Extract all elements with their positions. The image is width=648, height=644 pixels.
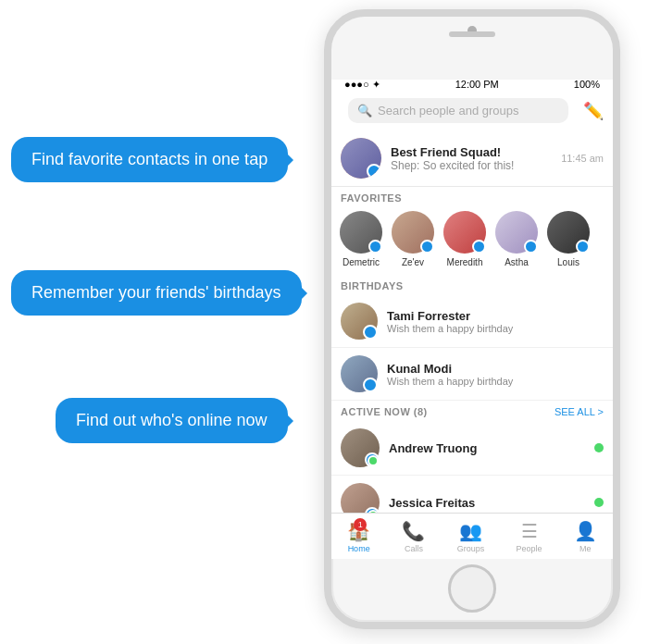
- fav-badge-zeev: [420, 240, 434, 254]
- conversation-time: 11:45 am: [561, 153, 604, 164]
- tab-groups[interactable]: 👥 Groups: [457, 520, 485, 553]
- fav-avatar-meredith: [443, 211, 486, 254]
- active-andrew[interactable]: Andrew Truong: [331, 421, 613, 476]
- fav-avatar-zeev: [392, 211, 434, 254]
- see-all-link[interactable]: SEE ALL >: [555, 406, 604, 417]
- tab-calls-label: Calls: [405, 544, 423, 553]
- active-now-label: ACTIVE NOW (8): [341, 406, 428, 417]
- fav-badge-meredith: [472, 240, 486, 254]
- fav-avatar-astha: [495, 211, 538, 254]
- calls-icon: 📞: [402, 520, 425, 542]
- fav-name-louis: Louis: [557, 257, 579, 267]
- fav-name-demetric: Demetric: [343, 257, 380, 267]
- tab-home-label: Home: [348, 544, 370, 553]
- battery-indicator: 100%: [574, 79, 600, 90]
- compose-icon[interactable]: ✏️: [583, 101, 604, 121]
- callout-active: Find out who's online now: [56, 398, 288, 443]
- favorite-astha[interactable]: Astha: [492, 211, 541, 267]
- bday-badge-tami: [363, 325, 378, 340]
- favorite-meredith[interactable]: Meredith: [441, 211, 489, 267]
- favorite-demetric[interactable]: Demetric: [337, 211, 385, 267]
- tab-me[interactable]: 👤 Me: [574, 520, 597, 553]
- volume-up-button[interactable]: [324, 109, 325, 139]
- birthday-sub-kunal: Wish them a happy birthday: [387, 376, 513, 387]
- volume-down-button[interactable]: [324, 146, 325, 176]
- search-placeholder: Search people and groups: [378, 104, 519, 118]
- callout-birthdays: Remember your friends' birthdays: [11, 270, 302, 316]
- tab-bar: 🏠 Home 1 📞 Calls 👥 Groups ☰ People 👤 Me: [331, 513, 613, 559]
- birthday-avatar-kunal: [341, 355, 378, 392]
- active-name-andrew: Andrew Truong: [389, 441, 594, 455]
- conversation-avatar: [341, 138, 381, 179]
- favorite-zeev[interactable]: Ze'ev: [389, 211, 437, 267]
- tab-me-label: Me: [579, 544, 592, 553]
- home-badge: 1: [354, 518, 367, 531]
- phone-screen: ●●●○ ✦ 12:00 PM 100% 🔍 Search people and…: [331, 74, 613, 559]
- home-button[interactable]: [448, 564, 496, 613]
- power-button[interactable]: [619, 128, 620, 174]
- phone-frame: ●●●○ ✦ 12:00 PM 100% 🔍 Search people and…: [324, 9, 620, 629]
- favorites-header: FAVORITES: [331, 187, 613, 207]
- birthday-tami[interactable]: Tami Forrester Wish them a happy birthda…: [331, 295, 613, 348]
- online-dot-andrew: [368, 455, 379, 466]
- birthday-name-tami: Tami Forrester: [387, 309, 513, 323]
- birthday-name-kunal: Kunal Modi: [387, 362, 513, 376]
- groups-icon: 👥: [459, 520, 482, 542]
- fav-badge-louis: [576, 240, 590, 254]
- conversation-preview: Shep: So excited for this!: [391, 159, 561, 172]
- favorite-louis[interactable]: Louis: [544, 211, 592, 267]
- active-now-header: ACTIVE NOW (8) SEE ALL >: [331, 401, 613, 421]
- fav-name-meredith: Meredith: [447, 257, 483, 267]
- tab-calls[interactable]: 📞 Calls: [402, 520, 425, 553]
- tab-home[interactable]: 🏠 Home 1: [347, 520, 370, 553]
- conversation-name: Best Friend Squad!: [391, 145, 561, 159]
- tab-people[interactable]: ☰ People: [517, 520, 542, 553]
- birthday-sub-tami: Wish them a happy birthday: [387, 323, 513, 334]
- birthday-info-kunal: Kunal Modi Wish them a happy birthday: [387, 362, 513, 387]
- online-indicator-andrew: [594, 443, 604, 452]
- conversation-item[interactable]: Best Friend Squad! Shep: So excited for …: [331, 130, 613, 187]
- phone-speaker: [449, 31, 495, 37]
- search-icon: 🔍: [357, 104, 372, 118]
- tab-groups-label: Groups: [457, 544, 485, 553]
- messenger-badge: [367, 164, 381, 179]
- me-icon: 👤: [574, 520, 597, 542]
- birthdays-header: BIRTHDAYS: [331, 275, 613, 295]
- status-bar: ●●●○ ✦ 12:00 PM 100%: [331, 74, 613, 94]
- fav-badge-astha: [524, 240, 538, 254]
- active-name-jessica: Jessica Freitas: [389, 496, 594, 510]
- conversation-text: Best Friend Squad! Shep: So excited for …: [391, 145, 561, 172]
- fav-name-astha: Astha: [505, 257, 529, 267]
- fav-name-zeev: Ze'ev: [402, 257, 424, 267]
- signal-indicator: ●●●○ ✦: [344, 79, 380, 91]
- search-bar[interactable]: 🔍 Search people and groups: [348, 98, 568, 123]
- time-display: 12:00 PM: [455, 79, 499, 90]
- birthday-avatar-tami: [341, 303, 378, 340]
- bday-badge-kunal: [363, 378, 378, 392]
- callout-favorites: Find favorite contacts in one tap: [11, 137, 288, 182]
- fav-avatar-louis: [547, 211, 590, 254]
- people-icon: ☰: [521, 520, 538, 542]
- favorites-row: Demetric Ze'ev Meredith: [331, 207, 613, 275]
- tab-people-label: People: [517, 544, 542, 553]
- active-avatar-andrew: [341, 428, 380, 467]
- online-indicator-jessica: [594, 498, 604, 507]
- birthday-info-tami: Tami Forrester Wish them a happy birthda…: [387, 309, 513, 334]
- fav-avatar-demetric: [340, 211, 382, 254]
- birthday-kunal[interactable]: Kunal Modi Wish them a happy birthday: [331, 348, 613, 401]
- fav-badge-demetric: [368, 240, 382, 254]
